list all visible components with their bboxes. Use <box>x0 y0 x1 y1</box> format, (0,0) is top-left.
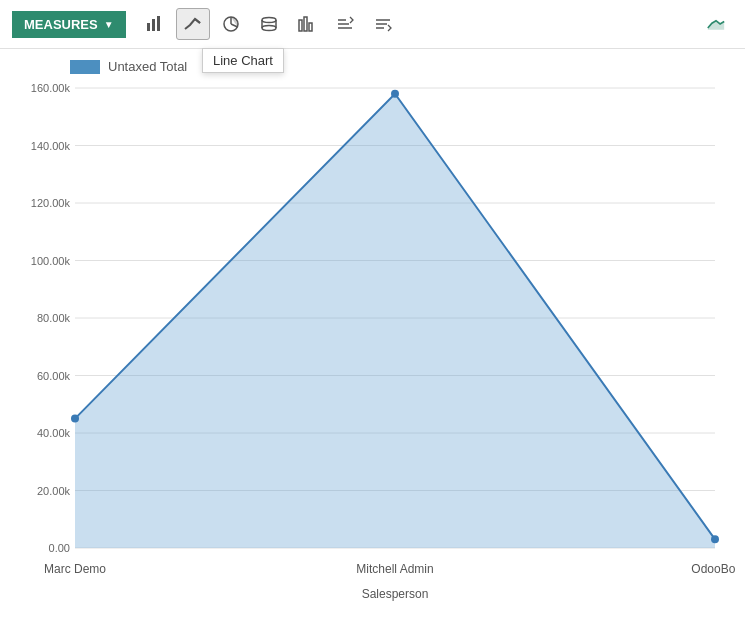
toolbar: MEASURES ▼ <box>0 0 745 49</box>
stack-button[interactable] <box>252 8 286 40</box>
y-label-40k: 40.00k <box>37 427 71 439</box>
y-label-60k: 60.00k <box>37 370 71 382</box>
sort-desc-icon <box>374 15 392 33</box>
measures-label: MEASURES <box>24 17 98 32</box>
svg-rect-10 <box>299 20 302 31</box>
data-point-odoobot <box>711 535 719 543</box>
chart-svg-wrapper: 160.00k 140.00k 120.00k 100.00k 80.00k 6… <box>10 78 735 608</box>
legend-label: Untaxed Total <box>108 59 187 74</box>
line-chart-svg: 160.00k 140.00k 120.00k 100.00k 80.00k 6… <box>10 78 735 608</box>
y-label-140k: 140.00k <box>31 140 71 152</box>
area-chart-icon <box>707 15 725 33</box>
line-chart-button[interactable] <box>176 8 210 40</box>
svg-point-6 <box>262 18 276 23</box>
measures-arrow: ▼ <box>104 19 114 30</box>
sort-asc-icon <box>336 15 354 33</box>
y-label-120k: 120.00k <box>31 197 71 209</box>
bar-chart-icon <box>146 15 164 33</box>
legend-color-swatch <box>70 60 100 74</box>
line-chart-icon <box>184 15 202 33</box>
sort-desc-button[interactable] <box>366 8 400 40</box>
svg-rect-12 <box>309 23 312 31</box>
x-label-marc: Marc Demo <box>44 562 106 576</box>
x-axis-title: Salesperson <box>362 587 429 601</box>
sort-asc-button[interactable] <box>328 8 362 40</box>
y-label-100k: 100.00k <box>31 255 71 267</box>
y-label-80k: 80.00k <box>37 312 71 324</box>
area-chart-button[interactable] <box>699 8 733 40</box>
data-point-marc <box>71 415 79 423</box>
bar-chart-button[interactable] <box>138 8 172 40</box>
pie-chart-icon <box>222 15 240 33</box>
svg-rect-11 <box>304 17 307 31</box>
column-chart-button[interactable] <box>290 8 324 40</box>
x-label-mitchell: Mitchell Admin <box>356 562 433 576</box>
chart-legend: Untaxed Total <box>70 59 735 74</box>
y-label-20k: 20.00k <box>37 485 71 497</box>
chart-container: Untaxed Total 160.00k 140.00k 120.00k 10… <box>0 49 745 618</box>
stack-icon <box>260 15 278 33</box>
x-label-odoobot: OdooBot <box>691 562 735 576</box>
svg-rect-0 <box>147 23 150 31</box>
data-point-mitchell <box>391 90 399 98</box>
svg-rect-1 <box>152 19 155 31</box>
column-chart-icon <box>298 15 316 33</box>
y-label-160k: 160.00k <box>31 82 71 94</box>
y-label-0: 0.00 <box>49 542 70 554</box>
svg-point-9 <box>262 26 276 31</box>
svg-rect-2 <box>157 16 160 31</box>
pie-chart-button[interactable] <box>214 8 248 40</box>
measures-button[interactable]: MEASURES ▼ <box>12 11 126 38</box>
